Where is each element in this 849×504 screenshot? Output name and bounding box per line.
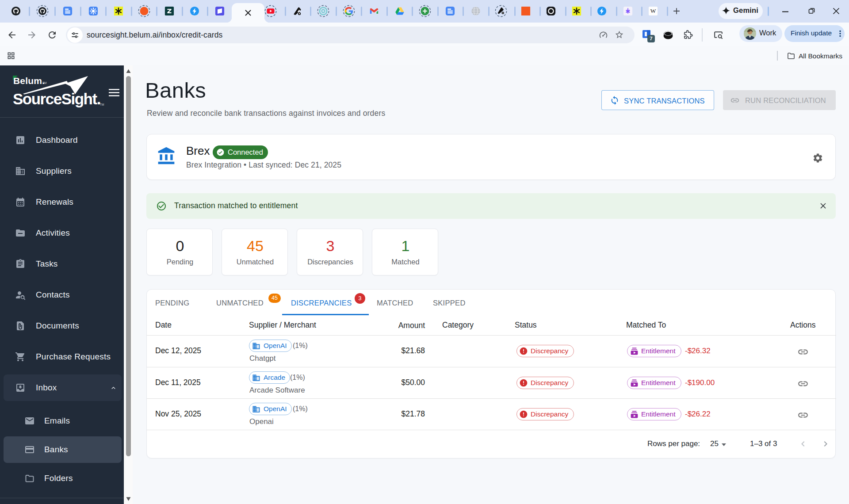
svg-text:W: W <box>650 8 656 14</box>
